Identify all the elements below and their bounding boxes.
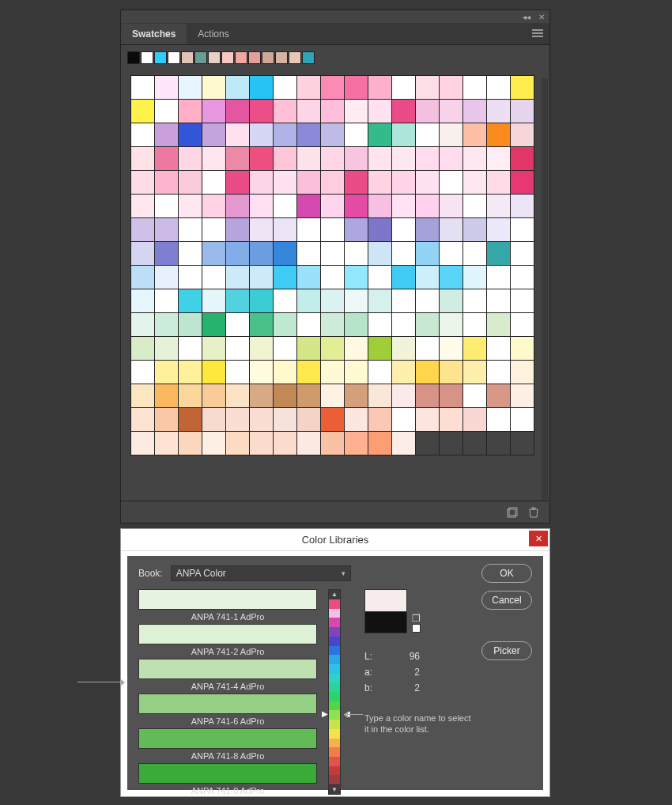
swatch-cell[interactable] bbox=[487, 100, 510, 123]
swatch-cell[interactable] bbox=[392, 337, 415, 360]
swatch-cell[interactable] bbox=[416, 100, 439, 123]
swatch-cell[interactable] bbox=[487, 76, 510, 99]
swatch-cell[interactable] bbox=[250, 384, 273, 407]
swatch-cell[interactable] bbox=[463, 171, 486, 194]
swatch-cell[interactable] bbox=[463, 432, 486, 455]
swatch-cell[interactable] bbox=[250, 242, 273, 265]
swatch-cell[interactable] bbox=[321, 337, 344, 360]
swatch-cell[interactable] bbox=[141, 51, 153, 64]
swatch-cell[interactable] bbox=[274, 195, 296, 217]
swatch-cell[interactable] bbox=[155, 289, 178, 312]
preview-old-color[interactable] bbox=[364, 611, 407, 633]
swatch-cell[interactable] bbox=[250, 100, 273, 123]
swatch-cell[interactable] bbox=[155, 313, 178, 336]
color-ramp[interactable]: ▲ ▼ bbox=[328, 589, 341, 795]
swatch-cell[interactable] bbox=[440, 408, 462, 431]
swatch-cell[interactable] bbox=[416, 361, 439, 384]
swatch-cell[interactable] bbox=[274, 313, 296, 336]
swatch-cell[interactable] bbox=[221, 51, 234, 64]
swatch-cell[interactable] bbox=[179, 147, 202, 170]
swatch-cell[interactable] bbox=[297, 76, 320, 99]
ramp-segment[interactable] bbox=[329, 637, 340, 646]
swatch-cell[interactable] bbox=[345, 432, 368, 455]
swatch-cell[interactable] bbox=[155, 242, 178, 265]
swatch-cell[interactable] bbox=[155, 195, 178, 217]
swatch-cell[interactable] bbox=[345, 171, 368, 194]
swatch-cell[interactable] bbox=[487, 408, 510, 431]
swatch-cell[interactable] bbox=[155, 361, 178, 384]
swatch-cell[interactable] bbox=[511, 100, 534, 123]
picker-button[interactable]: Picker bbox=[481, 641, 532, 660]
swatch-cell[interactable] bbox=[416, 313, 439, 336]
ramp-segment[interactable] bbox=[329, 701, 340, 711]
swatch-cell[interactable] bbox=[250, 408, 273, 431]
swatch-cell[interactable] bbox=[487, 313, 510, 336]
swatch-cell[interactable] bbox=[345, 313, 368, 336]
swatch-cell[interactable] bbox=[274, 147, 296, 170]
swatch-cell[interactable] bbox=[131, 147, 154, 170]
swatch-cell[interactable] bbox=[131, 337, 154, 360]
scrollbar[interactable] bbox=[542, 78, 548, 502]
ramp-segment[interactable] bbox=[329, 739, 340, 748]
swatch-cell[interactable] bbox=[392, 384, 415, 407]
swatch-cell[interactable] bbox=[321, 147, 344, 170]
swatch-cell[interactable] bbox=[511, 432, 534, 455]
swatch-cell[interactable] bbox=[274, 100, 296, 123]
library-item[interactable]: ANPA 741-6 AdPro bbox=[138, 694, 317, 728]
swatch-cell[interactable] bbox=[368, 361, 391, 384]
swatch-cell[interactable] bbox=[131, 384, 154, 407]
swatch-cell[interactable] bbox=[302, 51, 315, 64]
swatch-cell[interactable] bbox=[440, 361, 462, 384]
swatch-cell[interactable] bbox=[368, 147, 391, 170]
swatch-cell[interactable] bbox=[511, 242, 534, 265]
swatch-cell[interactable] bbox=[155, 384, 178, 407]
swatch-cell[interactable] bbox=[345, 147, 368, 170]
swatch-cell[interactable] bbox=[179, 384, 202, 407]
swatch-cell[interactable] bbox=[155, 432, 178, 455]
ok-button[interactable]: OK bbox=[481, 564, 532, 583]
swatch-cell[interactable] bbox=[202, 313, 225, 336]
swatch-cell[interactable] bbox=[226, 337, 249, 360]
swatch-cell[interactable] bbox=[416, 76, 439, 99]
swatch-cell[interactable] bbox=[487, 195, 510, 217]
swatch-cell[interactable] bbox=[368, 218, 391, 241]
swatch-cell[interactable] bbox=[274, 361, 296, 384]
swatch-cell[interactable] bbox=[274, 76, 296, 99]
swatch-cell[interactable] bbox=[368, 100, 391, 123]
swatch-cell[interactable] bbox=[392, 218, 415, 241]
swatch-cell[interactable] bbox=[487, 242, 510, 265]
swatch-cell[interactable] bbox=[416, 384, 439, 407]
close-button[interactable]: ✕ bbox=[529, 531, 548, 546]
swatch-cell[interactable] bbox=[179, 123, 202, 146]
swatch-cell[interactable] bbox=[226, 313, 249, 336]
swatch-cell[interactable] bbox=[226, 123, 249, 146]
swatch-cell[interactable] bbox=[274, 432, 296, 455]
swatch-cell[interactable] bbox=[226, 218, 249, 241]
swatch-cell[interactable] bbox=[487, 266, 510, 289]
swatch-cell[interactable] bbox=[487, 361, 510, 384]
swatch-cell[interactable] bbox=[345, 242, 368, 265]
swatch-cell[interactable] bbox=[392, 242, 415, 265]
library-item[interactable]: ANPA 741-8 AdPro bbox=[138, 728, 317, 763]
swatch-cell[interactable] bbox=[487, 123, 510, 146]
swatch-cell[interactable] bbox=[226, 266, 249, 289]
swatch-cell[interactable] bbox=[487, 384, 510, 407]
swatch-cell[interactable] bbox=[321, 384, 344, 407]
swatch-cell[interactable] bbox=[511, 218, 534, 241]
swatch-cell[interactable] bbox=[487, 147, 510, 170]
swatch-cell[interactable] bbox=[511, 195, 534, 217]
swatch-cell[interactable] bbox=[155, 147, 178, 170]
swatch-cell[interactable] bbox=[297, 171, 320, 194]
swatch-cell[interactable] bbox=[131, 242, 154, 265]
swatch-cell[interactable] bbox=[262, 51, 274, 64]
library-item[interactable]: ANPA 741-4 AdPro bbox=[138, 659, 317, 694]
library-item-swatch[interactable] bbox=[138, 694, 317, 714]
swatch-cell[interactable] bbox=[131, 266, 154, 289]
tab-swatches[interactable]: Swatches bbox=[121, 24, 187, 44]
swatch-cell[interactable] bbox=[131, 171, 154, 194]
swatch-cell[interactable] bbox=[416, 266, 439, 289]
swatch-cell[interactable] bbox=[416, 242, 439, 265]
swatch-cell[interactable] bbox=[321, 432, 344, 455]
ramp-pointer-left-icon[interactable]: ▶ bbox=[322, 709, 328, 718]
swatch-cell[interactable] bbox=[202, 218, 225, 241]
